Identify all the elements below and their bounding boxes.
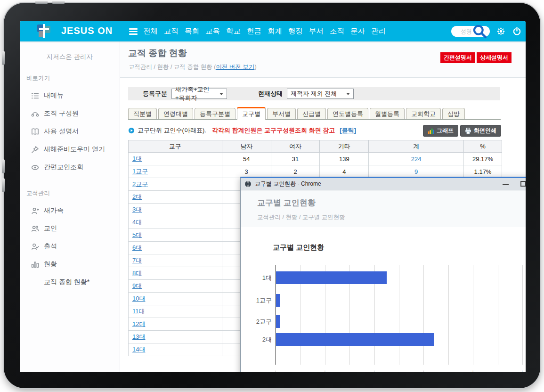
sidebar: 지저스온 관리자 바로가기 내메뉴 bbox=[20, 41, 120, 372]
column-header: 남자 bbox=[222, 140, 271, 153]
side-button bbox=[2, 159, 5, 173]
popup-title: 교구별 교인현황 bbox=[257, 197, 526, 208]
table-cell[interactable]: 224 bbox=[369, 153, 464, 165]
tablet-frame: JESUS ON 전체교적목회교육학교헌금회계행정부서조직문자관리 bbox=[4, 3, 540, 388]
popup-titlebar[interactable]: 교구별 교인현황 - Chrome bbox=[241, 178, 526, 190]
pin-icon bbox=[31, 146, 39, 154]
district-link[interactable]: 2교구 bbox=[132, 180, 148, 188]
tab[interactable]: 연령대별 bbox=[158, 108, 193, 119]
chart-category-label: 1대 bbox=[245, 271, 272, 284]
axis-tick: + bbox=[323, 369, 327, 372]
search-input[interactable] bbox=[451, 28, 472, 35]
info-row: 교구단위 교인수(아래표). 각각의 합계인원은 교구구성원조회 화면 참고 [… bbox=[128, 126, 356, 135]
sidebar-item[interactable]: 조직 구성원 bbox=[20, 105, 120, 122]
nav-item[interactable]: 전체 bbox=[143, 26, 158, 36]
sidebar-item[interactable]: 현황 bbox=[20, 255, 120, 273]
district-link[interactable]: 14대 bbox=[132, 346, 145, 353]
district-link[interactable]: 10대 bbox=[132, 295, 145, 302]
nav-item[interactable]: 조직 bbox=[330, 26, 344, 36]
tab[interactable]: 부서별 bbox=[267, 108, 296, 119]
nav-item[interactable]: 학교 bbox=[226, 26, 241, 36]
district-link[interactable]: 8대 bbox=[132, 270, 142, 277]
profile-name: 지저스온 관리자 bbox=[20, 53, 120, 61]
column-header: 기타 bbox=[320, 140, 369, 153]
chart-bar bbox=[276, 294, 280, 307]
volume-button bbox=[35, 1, 48, 4]
tab[interactable]: 심방 bbox=[442, 108, 465, 119]
volume-button bbox=[52, 1, 65, 4]
chart-gridline bbox=[498, 265, 498, 365]
previous-version-link[interactable]: 이전 버전 보기 bbox=[216, 64, 254, 70]
nav-item[interactable]: 교육 bbox=[205, 26, 220, 36]
maximize-button[interactable] bbox=[520, 181, 526, 187]
sidebar-item[interactable]: 출석 bbox=[20, 237, 120, 255]
sidebar-item[interactable]: 간편교인조회 bbox=[20, 158, 120, 176]
district-link[interactable]: 7대 bbox=[132, 257, 142, 264]
sidebar-item[interactable]: 사용 설명서 bbox=[20, 122, 120, 140]
nav-item[interactable]: 관리 bbox=[371, 26, 386, 36]
district-link[interactable]: 12대 bbox=[132, 320, 145, 327]
click-link[interactable]: [클릭] bbox=[340, 126, 356, 135]
current-status-label: 현재상태 bbox=[258, 90, 283, 98]
menu-list-icon bbox=[31, 92, 39, 100]
district-link[interactable]: 9대 bbox=[132, 282, 142, 289]
tab[interactable]: 연도별등록 bbox=[327, 108, 368, 119]
nav-item[interactable]: 회계 bbox=[268, 26, 282, 36]
sidebar-item[interactable]: 교적 종합 현황* bbox=[20, 273, 120, 291]
quick-manual-button[interactable]: 간편설명서 bbox=[440, 52, 475, 63]
nav-item[interactable]: 목회 bbox=[185, 26, 199, 36]
tab[interactable]: 월별등록 bbox=[370, 108, 405, 119]
search-icon[interactable] bbox=[472, 24, 487, 39]
sidebar-item[interactable]: 새해준비도우미 열기 bbox=[20, 140, 120, 158]
registration-type-select[interactable]: 새가족+교인+목회자 bbox=[171, 89, 227, 99]
graph-button[interactable]: 그래프 bbox=[423, 125, 458, 137]
table-cell: 3 bbox=[222, 165, 271, 178]
jesus-on-logo-icon bbox=[37, 24, 52, 39]
current-status-select[interactable]: 제적자 제외 전체 bbox=[287, 89, 354, 99]
table-cell: 31 bbox=[271, 153, 320, 165]
district-link[interactable]: 11대 bbox=[132, 308, 145, 315]
sidebar-item[interactable]: 새가족 bbox=[20, 202, 120, 220]
district-link[interactable]: 1교구 bbox=[132, 168, 148, 175]
photo-stage: JESUS ON 전체교적목회교육학교헌금회계행정부서조직문자관리 bbox=[0, 0, 544, 392]
tab[interactable]: 직분별 bbox=[128, 108, 157, 119]
hamburger-menu-icon[interactable] bbox=[129, 28, 138, 36]
district-link[interactable]: 4대 bbox=[132, 219, 142, 226]
tab[interactable]: 신급별 bbox=[297, 108, 326, 119]
tab[interactable]: 교구별 bbox=[237, 107, 266, 120]
district-link[interactable]: 5대 bbox=[132, 231, 142, 238]
nav-item[interactable]: 행정 bbox=[288, 26, 303, 36]
nav-item[interactable]: 교적 bbox=[164, 26, 179, 36]
district-link[interactable]: 1대 bbox=[132, 155, 142, 162]
tab[interactable]: 등록구분별 bbox=[195, 108, 235, 119]
table-cell[interactable]: 9 bbox=[369, 165, 464, 178]
district-link[interactable]: 2대 bbox=[132, 193, 142, 200]
district-link[interactable]: 3대 bbox=[132, 206, 142, 213]
gear-icon[interactable] bbox=[496, 27, 505, 36]
print-button[interactable]: 화면인쇄 bbox=[460, 125, 501, 137]
chart-gridline bbox=[473, 265, 473, 365]
chart-gridline bbox=[399, 265, 399, 365]
sidebar-item[interactable]: 교인 bbox=[20, 220, 120, 237]
district-link[interactable]: 13대 bbox=[132, 333, 145, 340]
chart-bar bbox=[276, 333, 434, 346]
nav-item[interactable]: 부서 bbox=[309, 26, 324, 36]
minimize-button[interactable] bbox=[503, 184, 509, 185]
app-header: JESUS ON 전체교적목회교육학교헌금회계행정부서조직문자관리 bbox=[20, 21, 526, 41]
popup-breadcrumb: 교적관리 / 현황 / 교구별 교인현황 bbox=[257, 213, 526, 221]
chart-gridline bbox=[423, 265, 424, 365]
nav-item[interactable]: 문자 bbox=[350, 26, 365, 36]
power-icon[interactable] bbox=[512, 27, 521, 36]
sidebar-item-label: 새해준비도우미 열기 bbox=[44, 145, 105, 154]
sidebar-section-label: 교적관리 bbox=[26, 189, 120, 197]
tab[interactable]: 교회학교 bbox=[406, 108, 441, 119]
name-search bbox=[451, 26, 490, 37]
nav-item[interactable]: 헌금 bbox=[247, 26, 261, 36]
sidebar-item[interactable]: 내메뉴 bbox=[20, 87, 120, 105]
column-header: 계 bbox=[369, 140, 464, 153]
category-tabs: 직분별연령대별등록구분별교구별부서별신급별연도별등록월별등록교회학교심방 bbox=[128, 107, 501, 120]
axis-tick: + bbox=[471, 369, 475, 372]
column-header: 교구 bbox=[129, 140, 222, 153]
district-link[interactable]: 6대 bbox=[132, 244, 142, 251]
detail-manual-button[interactable]: 상세설명서 bbox=[477, 52, 512, 63]
